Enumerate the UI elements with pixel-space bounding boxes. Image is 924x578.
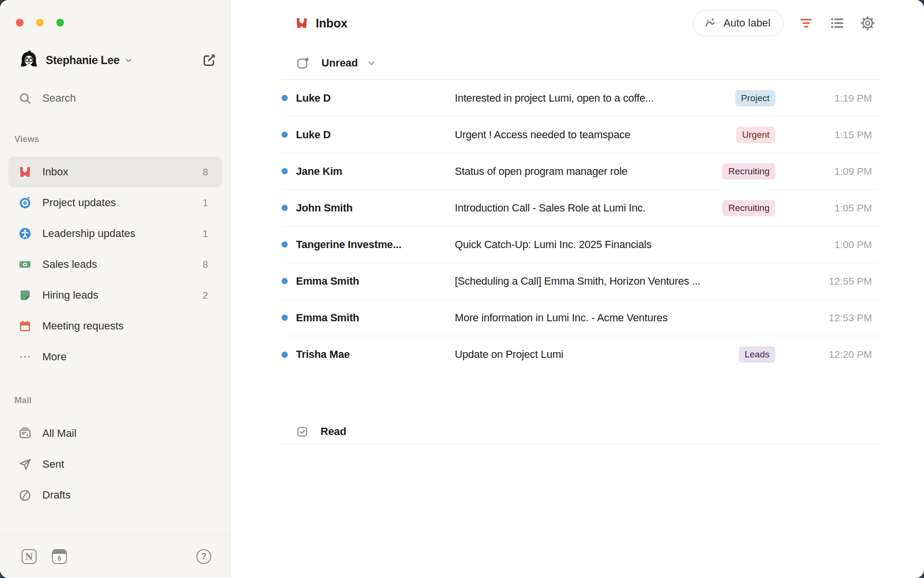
email-sender: John Smith xyxy=(296,202,455,214)
sidebar-item-all-mail[interactable]: All Mail xyxy=(8,418,222,449)
sidebar-item-hiring-leads[interactable]: Hiring leads 2 xyxy=(8,280,222,311)
email-label-tag: Project xyxy=(735,90,775,106)
email-row[interactable]: Emma Smith [Scheduling a Call] Emma Smit… xyxy=(282,263,879,300)
unread-dot xyxy=(282,205,288,211)
calendar-badge-top xyxy=(53,550,66,554)
unread-section-toggle[interactable]: Unread xyxy=(231,46,924,79)
help-button[interactable]: ? xyxy=(196,549,211,564)
unread-dot xyxy=(282,131,288,138)
sidebar-item-label: Drafts xyxy=(42,489,71,501)
email-time: 1:00 PM xyxy=(809,239,872,250)
money-icon xyxy=(18,258,32,271)
wand-icon xyxy=(703,16,717,30)
search-icon xyxy=(18,92,32,105)
sent-icon xyxy=(18,458,32,471)
calendar-icon xyxy=(18,319,32,333)
email-sender: Luke D xyxy=(296,129,455,141)
unread-dot xyxy=(282,95,288,101)
main-content: Inbox Auto label xyxy=(231,0,924,578)
main-header: Inbox Auto label xyxy=(231,0,924,46)
views-section-label: Views xyxy=(14,134,231,144)
email-row[interactable]: Jane Kim Status of open program manager … xyxy=(282,153,879,190)
notion-logo-button[interactable]: N xyxy=(22,549,37,564)
zoom-window-button[interactable] xyxy=(56,19,64,26)
email-time: 1:09 PM xyxy=(809,166,872,177)
note-icon xyxy=(18,289,32,302)
chevron-down-icon xyxy=(123,55,134,66)
sidebar-item-leadership-updates[interactable]: Leadership updates 1 xyxy=(8,218,222,249)
ellipsis-icon xyxy=(18,350,32,364)
search-button[interactable]: Search xyxy=(12,85,219,111)
email-row[interactable]: John Smith Introduction Call - Sales Rol… xyxy=(282,190,879,226)
account-switcher[interactable]: Stephanie Lee xyxy=(18,50,216,71)
email-time: 1:19 PM xyxy=(809,92,872,104)
minimize-window-button[interactable] xyxy=(36,19,44,26)
sidebar-item-label: Hiring leads xyxy=(42,289,98,302)
header-actions: Auto label xyxy=(693,10,876,36)
email-row[interactable]: Trisha Mae Update on Project Lumi Leads … xyxy=(282,336,879,373)
window-controls xyxy=(16,19,231,26)
filter-button[interactable] xyxy=(798,15,814,31)
compose-button[interactable] xyxy=(202,53,216,67)
sidebar-item-drafts[interactable]: Drafts xyxy=(8,480,222,511)
gear-icon xyxy=(860,15,875,31)
sidebar-item-sent[interactable]: Sent xyxy=(8,449,222,480)
email-label-tag: Recruiting xyxy=(722,200,775,216)
notion-calendar-button[interactable]: 6 xyxy=(52,549,67,564)
unread-count-badge: 1 xyxy=(203,197,208,209)
unread-dot xyxy=(282,278,288,284)
sidebar: Stephanie Lee Search Views xyxy=(0,0,231,578)
email-sender: Emma Smith xyxy=(296,312,455,324)
email-subject: Status of open program manager role xyxy=(455,165,715,178)
search-label: Search xyxy=(42,92,76,105)
email-sender: Luke D xyxy=(296,92,455,105)
email-time: 1:15 PM xyxy=(809,129,872,141)
email-row[interactable]: Emma Smith More information in Lumi Inc.… xyxy=(282,300,879,336)
email-time: 12:53 PM xyxy=(809,312,872,324)
target-icon xyxy=(18,196,32,210)
settings-button[interactable] xyxy=(860,15,876,31)
sidebar-item-sales-leads[interactable]: Sales leads 8 xyxy=(8,249,222,280)
email-row[interactable]: Luke D Interested in project Lumi, open … xyxy=(282,80,879,117)
auto-label-button[interactable]: Auto label xyxy=(693,10,783,36)
calendar-day: 6 xyxy=(53,554,66,563)
unread-icon xyxy=(296,56,309,70)
email-label-tag: Urgent xyxy=(736,127,775,143)
email-subject: [Scheduling a Call] Emma Smith, Horizon … xyxy=(455,275,809,288)
read-label: Read xyxy=(321,425,346,438)
filter-icon xyxy=(798,15,814,31)
chevron-down-icon xyxy=(366,57,377,69)
list-icon xyxy=(829,15,845,31)
mail-app-window: Stephanie Lee Search Views xyxy=(0,0,924,578)
sidebar-item-label: Sent xyxy=(42,458,64,471)
sidebar-item-more[interactable]: More xyxy=(8,342,222,372)
email-row[interactable]: Luke D Urgent ! Access needed to teamspa… xyxy=(282,117,879,153)
email-label-tag: Leads xyxy=(739,346,775,363)
sidebar-item-meeting-requests[interactable]: Meeting requests xyxy=(8,311,222,342)
unread-label: Unread xyxy=(321,57,358,69)
list-view-button[interactable] xyxy=(829,15,845,31)
inbox-icon xyxy=(295,16,308,30)
email-subject: Urgent ! Access needed to teamspace xyxy=(455,129,729,141)
email-subject: Introduction Call - Sales Role at Lumi I… xyxy=(455,202,715,214)
sidebar-item-project-updates[interactable]: Project updates 1 xyxy=(8,187,222,218)
accessibility-icon xyxy=(18,227,32,240)
email-label-tag: Recruiting xyxy=(722,163,775,180)
email-sender: Emma Smith xyxy=(296,275,455,288)
mail-list: All Mail Sent Drafts xyxy=(0,418,231,511)
sidebar-item-label: Meeting requests xyxy=(42,320,124,332)
sidebar-item-label: Project updates xyxy=(42,197,116,209)
unread-count-badge: 2 xyxy=(203,290,208,301)
email-time: 1:05 PM xyxy=(809,202,872,214)
unread-dot xyxy=(282,315,288,321)
email-list: Luke D Interested in project Lumi, open … xyxy=(282,79,879,373)
avatar xyxy=(18,50,39,71)
email-sender: Trisha Mae xyxy=(296,348,455,361)
inbox-icon xyxy=(18,165,32,179)
page-title: Inbox xyxy=(316,16,347,30)
read-section-toggle[interactable]: Read xyxy=(282,419,879,445)
email-row[interactable]: Tangerine Investme... Quick Catch-Up: Lu… xyxy=(282,226,879,263)
close-window-button[interactable] xyxy=(16,19,24,26)
sidebar-item-inbox[interactable]: Inbox 8 xyxy=(8,157,222,187)
drafts-icon xyxy=(18,488,32,502)
